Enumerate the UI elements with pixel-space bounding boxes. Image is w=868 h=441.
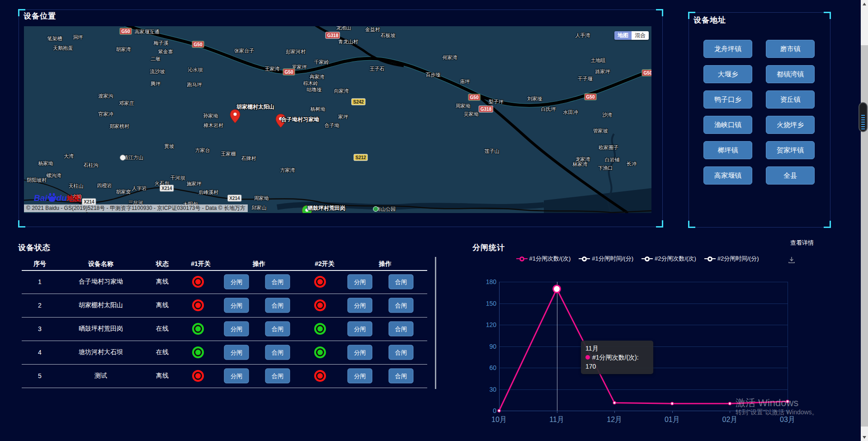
road-badge-x214: X214 [160,185,174,192]
maptype-map-button[interactable]: 地图 [614,31,632,40]
park-icon [373,206,378,212]
row-device-name: 晒鼓坪村荒田岗 [79,325,123,333]
road-badge-g50: G50 [468,94,481,101]
open-switch1-button[interactable]: 分闸 [224,298,249,313]
row-device-name: 塘坊河村大石坝 [79,348,123,356]
panel-corner-icon [688,221,695,228]
map-place-label: 渡家沟 [99,93,113,100]
row-status: 离线 [156,301,169,309]
map-place-label: 笔架槽 [47,35,62,42]
road-badge-s242: S242 [351,99,365,105]
view-details-link[interactable]: 查看详情 [790,239,814,247]
switch1-indicator [192,323,204,335]
map-place-label: 后峰溪村 [198,189,218,196]
map-place-label: 干子堰 [578,76,593,82]
row-device-name: 胡家棚村太阳山 [79,301,123,309]
close-switch2-button[interactable]: 合闸 [389,345,414,360]
activate-windows-watermark: 激活 Windows [736,396,798,410]
row-divider [22,364,427,365]
address-button-4[interactable]: 都镇湾镇 [766,65,815,83]
open-switch2-button[interactable]: 分闸 [348,298,373,313]
map-place-label: 樟木岩村 [203,122,223,129]
address-button-6[interactable]: 资丘镇 [766,90,815,109]
road-badge-s212: S212 [354,154,368,161]
open-switch2-button[interactable]: 分闸 [348,322,373,337]
open-switch1-button[interactable]: 分闸 [224,275,249,289]
header-divider [22,270,427,271]
baidu-map[interactable]: 笔架槽洞坪高家堰互通龙池山金益村石板坡青龙山村天鹅抱蛋胡家湾梅子溪紫金寨二墩流沙… [24,26,651,213]
address-button-10[interactable]: 贺家坪镇 [766,141,815,159]
address-button-7[interactable]: 渔峡口镇 [703,116,752,134]
road-badge-g50: G50 [585,94,597,100]
close-switch1-button[interactable]: 合闸 [265,322,290,337]
switch1-indicator [192,276,204,288]
close-switch2-button[interactable]: 合闸 [389,275,414,289]
legend-item-4[interactable]: #2分闸时间/(分) [704,255,759,263]
open-switch2-button[interactable]: 分闸 [348,275,373,289]
switch1-indicator [192,370,204,382]
address-button-11[interactable]: 高家堰镇 [703,166,752,185]
open-switch1-button[interactable]: 分闸 [224,345,249,360]
close-switch2-button[interactable]: 合闸 [389,369,414,384]
legend-item-2[interactable]: #1分闸时间/(分) [579,255,633,263]
address-button-1[interactable]: 龙舟坪镇 [703,40,752,58]
close-switch1-button[interactable]: 合闸 [265,369,290,384]
map-place-label: 周家坳 [456,103,471,109]
address-button-8[interactable]: 火烧坪乡 [766,116,815,134]
map-place-label: 白岩铺 [605,156,620,163]
map-place-label: 胡家窝 [116,189,131,195]
map-place-label: 庙坪 [460,78,470,85]
map-place-label: 邱家山 [252,204,267,211]
map-place-label: 流沙坡 [150,68,165,75]
close-switch1-button[interactable]: 合闸 [265,345,290,360]
device-address-title: 设备地址 [693,15,726,25]
panel-corner-icon [656,220,663,228]
address-button-9[interactable]: 榔坪镇 [703,141,752,159]
device-location-panel: 设备位置 笔架槽洞坪高家堰互通龙池山金益村石板坡青龙山村天鹅抱蛋胡家湾梅子溪紫金… [19,9,663,227]
map-place-label: 梨子坪 [489,99,504,105]
close-switch1-button[interactable]: 合闸 [265,298,290,313]
road-badge-g50: G50 [120,28,132,35]
table-header-2: 状态 [156,260,169,268]
map-place-label: 清江方山 [123,154,143,161]
address-button-3[interactable]: 大堰乡 [703,65,752,83]
map-place-label: 沙湾 [602,112,612,119]
map-place-label: 官家冲 [99,111,113,118]
map-place-label: 王家湾 [265,66,280,72]
panel-corner-icon [18,220,25,228]
map-place-label: 腾坪 [151,81,160,87]
open-switch2-button[interactable]: 分闸 [348,369,373,384]
scrollbar-down-arrow-icon[interactable] [861,433,868,441]
address-button-12[interactable]: 全县 [766,166,815,185]
maptype-hybrid-button[interactable]: 混合 [632,31,649,40]
address-button-5[interactable]: 鸭子口乡 [703,90,752,109]
map-place-label: 施家坪 [187,180,202,187]
map-place-label: 杨树坳 [311,106,326,113]
row-divider [22,317,427,318]
open-switch2-button[interactable]: 分闸 [348,345,373,360]
open-switch1-button[interactable]: 分闸 [224,369,249,384]
switch2-indicator [314,370,326,382]
legend-item-3[interactable]: #2分闸次数/(次) [642,255,696,263]
scrollbar-up-arrow-icon[interactable] [861,0,868,8]
switch1-indicator [192,346,204,358]
device-address-panel: 设备地址 龙舟坪镇磨市镇大堰乡都镇湾镇鸭子口乡资丘镇渔峡口镇火烧坪乡榔坪镇贺家坪… [689,12,830,228]
map-place-label: 四橙岩 [97,182,112,189]
page-scrollbar[interactable] [861,0,868,441]
row-seq: 2 [38,302,42,309]
open-switch1-button[interactable]: 分闸 [224,322,249,337]
map-place-label: 邓家庄 [119,100,134,107]
map-place-label: 王子石 [370,66,385,72]
switch2-indicator [314,323,326,335]
close-switch1-button[interactable]: 合闸 [265,275,290,289]
address-button-2[interactable]: 磨市镇 [766,40,815,58]
close-switch2-button[interactable]: 合闸 [389,322,414,337]
map-place-label: 螺沟湾 [47,172,61,179]
legend-item-1[interactable]: #1分闸次数/(次) [516,255,571,263]
table-header-6: 操作 [379,260,392,268]
scroll-indicator-widget[interactable] [859,102,868,132]
close-switch2-button[interactable]: 合闸 [389,298,414,313]
table-scrollbar[interactable] [435,257,436,389]
device-location-title: 设备位置 [24,11,56,21]
map-place-label: 冉家湾 [310,74,325,81]
